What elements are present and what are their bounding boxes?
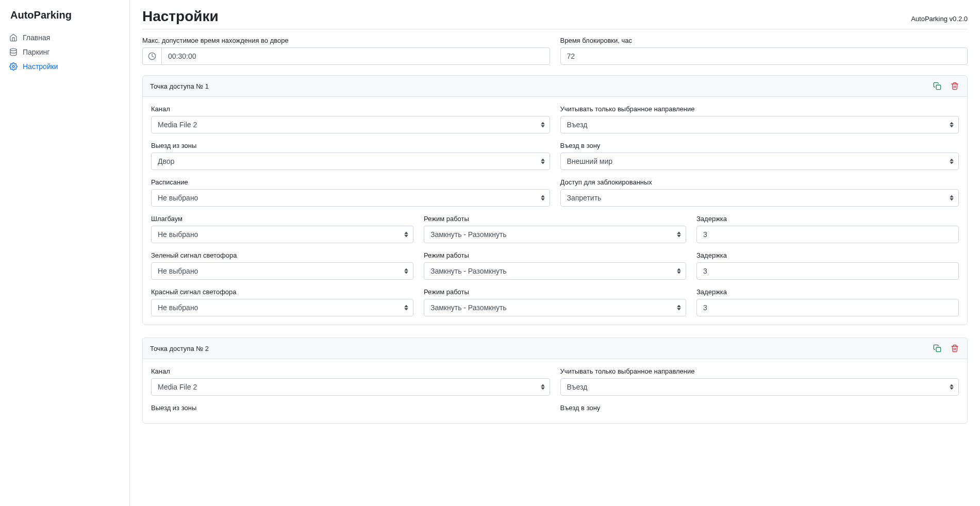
delay-label: Задержка	[696, 215, 959, 223]
barrier-mode-select[interactable]: Замкнуть - Разомкнуть	[424, 226, 686, 243]
brand-title: AutoParking	[0, 5, 129, 30]
blocked-access-label: Доступ для заблокированных	[560, 178, 959, 186]
channel-label: Канал	[151, 367, 550, 375]
channel-label: Канал	[151, 105, 550, 113]
schedule-select[interactable]: Не выбрано	[151, 189, 550, 207]
red-light-label: Красный сигнал светофора	[151, 288, 413, 296]
exit-zone-label: Выезд из зоны	[151, 142, 550, 149]
red-light-select[interactable]: Не выбрано	[151, 299, 413, 316]
sidebar-item-settings[interactable]: Настройки	[0, 59, 129, 74]
blocked-access-select[interactable]: Запретить	[560, 189, 959, 207]
barrier-label: Шлагбаум	[151, 215, 413, 223]
sidebar-item-label: Настройки	[23, 62, 58, 71]
mode-label: Режим работы	[424, 215, 686, 223]
clock-icon	[142, 47, 161, 65]
max-time-input[interactable]	[161, 47, 550, 65]
block-time-label: Время блокировки, час	[560, 37, 968, 44]
main-content: Настройки AutoParking v0.2.0 Макс. допус…	[130, 0, 980, 506]
exit-zone-label: Выезд из зоны	[151, 404, 550, 412]
schedule-label: Расписание	[151, 178, 550, 186]
mode-label: Режим работы	[424, 251, 686, 259]
home-icon	[9, 33, 18, 42]
svg-rect-4	[936, 347, 941, 352]
direction-label: Учитывать только выбранное направление	[560, 105, 959, 113]
direction-label: Учитывать только выбранное направление	[560, 367, 959, 375]
svg-point-1	[12, 65, 14, 68]
green-mode-select[interactable]: Замкнуть - Разомкнуть	[424, 262, 686, 280]
sidebar-item-label: Главная	[23, 33, 50, 42]
access-point-card: Точка доступа № 2 Канал Media File 2	[142, 338, 968, 424]
channel-select[interactable]: Media File 2	[151, 116, 550, 133]
svg-point-0	[10, 48, 16, 50]
sidebar-item-label: Паркинг	[23, 48, 49, 56]
direction-select[interactable]: Въезд	[560, 378, 959, 396]
red-delay-input[interactable]	[696, 299, 959, 316]
mode-label: Режим работы	[424, 288, 686, 296]
gear-icon	[9, 62, 18, 71]
barrier-select[interactable]: Не выбрано	[151, 226, 413, 243]
delay-label: Задержка	[696, 251, 959, 259]
database-icon	[9, 48, 18, 56]
red-mode-select[interactable]: Замкнуть - Разомкнуть	[424, 299, 686, 316]
entry-zone-select[interactable]: Внешний мир	[560, 153, 959, 170]
copy-button[interactable]	[932, 343, 942, 353]
delete-button[interactable]	[950, 81, 960, 91]
access-point-title: Точка доступа № 2	[150, 345, 209, 352]
access-point-card: Точка доступа № 1 Канал Media File 2	[142, 75, 968, 325]
access-point-title: Точка доступа № 1	[150, 82, 209, 90]
entry-zone-label: Въезд в зону	[560, 404, 959, 412]
green-delay-input[interactable]	[696, 262, 959, 280]
version-label: AutoParking v0.2.0	[911, 15, 968, 23]
barrier-delay-input[interactable]	[696, 226, 959, 243]
svg-rect-3	[936, 85, 941, 90]
sidebar: AutoParking Главная Паркинг Настройки	[0, 0, 130, 506]
sidebar-item-parking[interactable]: Паркинг	[0, 45, 129, 59]
delete-button[interactable]	[950, 343, 960, 353]
exit-zone-select[interactable]: Двор	[151, 153, 550, 170]
delay-label: Задержка	[696, 288, 959, 296]
direction-select[interactable]: Въезд	[560, 116, 959, 133]
entry-zone-label: Въезд в зону	[560, 142, 959, 149]
channel-select[interactable]: Media File 2	[151, 378, 550, 396]
block-time-input[interactable]	[560, 47, 968, 65]
green-light-select[interactable]: Не выбрано	[151, 262, 413, 280]
sidebar-item-home[interactable]: Главная	[0, 30, 129, 45]
copy-button[interactable]	[932, 81, 942, 91]
page-title: Настройки	[142, 8, 219, 25]
green-light-label: Зеленый сигнал светофора	[151, 251, 413, 259]
max-time-label: Макс. допустимое время нахождения во дво…	[142, 37, 550, 44]
